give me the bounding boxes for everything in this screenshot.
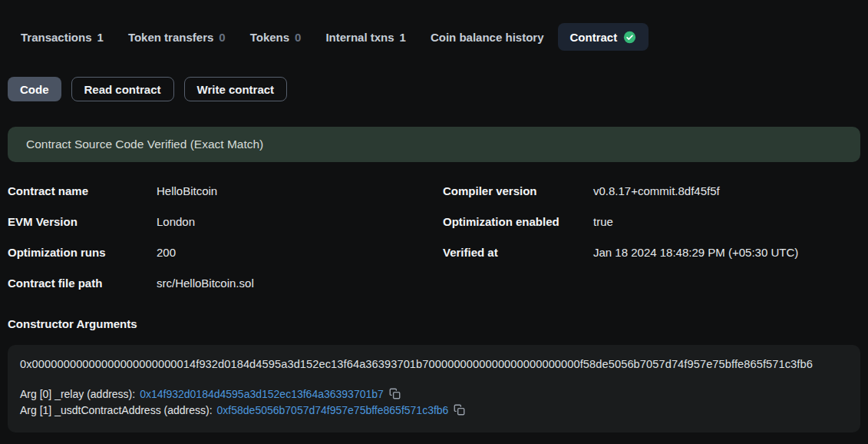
info-value: 200 <box>157 246 176 259</box>
info-value: Jan 18 2024 18:48:29 PM (+05:30 UTC) <box>593 246 798 259</box>
tab-token-transfers[interactable]: Token transfers 0 <box>128 31 226 44</box>
constructor-arg-row: Arg [1] _usdtContractAddress (address): … <box>20 402 848 418</box>
tab-tokens[interactable]: Tokens 0 <box>250 31 302 44</box>
tab-label: Coin balance history <box>431 31 544 44</box>
arg-label: Arg [0] _relay (address): <box>20 388 135 400</box>
tab-count: 0 <box>295 31 301 44</box>
info-row-contract-name: Contract name HelloBitcoin <box>8 175 443 206</box>
info-row-evm-version: EVM Version London <box>8 206 443 237</box>
verified-banner-text: Contract Source Code Verified (Exact Mat… <box>26 138 263 151</box>
copy-icon[interactable] <box>454 404 465 416</box>
info-label: Contract name <box>8 184 157 197</box>
code-button[interactable]: Code <box>8 77 61 101</box>
info-label: EVM Version <box>8 215 157 228</box>
tab-count: 1 <box>400 31 406 44</box>
info-value: HelloBitcoin <box>157 184 217 197</box>
info-label: Optimization runs <box>8 246 157 259</box>
tab-transactions[interactable]: Transactions 1 <box>21 31 104 44</box>
tab-label: Contract <box>570 31 618 44</box>
constructor-args-list: Arg [0] _relay (address): 0x14f932d0184d… <box>20 386 848 418</box>
info-label: Contract file path <box>8 277 157 290</box>
info-row-compiler-version: Compiler version v0.8.17+commit.8df45f5f <box>443 175 860 206</box>
tab-label: Token transfers <box>128 31 213 44</box>
tab-contract[interactable]: Contract <box>558 23 649 51</box>
read-contract-button[interactable]: Read contract <box>71 77 174 101</box>
constructor-arguments-panel: 0x00000000000000000000000014f932d0184d45… <box>8 345 860 432</box>
info-row-verified-at: Verified at Jan 18 2024 18:48:29 PM (+05… <box>443 237 860 267</box>
info-value: v0.8.17+commit.8df45f5f <box>593 184 720 197</box>
constructor-raw-hex: 0x00000000000000000000000014f932d0184d45… <box>20 358 848 370</box>
info-value: true <box>593 215 613 228</box>
info-label: Verified at <box>443 246 593 259</box>
tab-label: Transactions <box>21 31 92 44</box>
constructor-arguments-title: Constructor Arguments <box>8 317 868 332</box>
contract-info-right-column: Compiler version v0.8.17+commit.8df45f5f… <box>443 175 860 298</box>
write-contract-button[interactable]: Write contract <box>184 77 288 101</box>
tab-label: Tokens <box>250 31 289 44</box>
tab-label: Internal txns <box>325 31 394 44</box>
tab-internal-txns[interactable]: Internal txns 1 <box>325 31 406 44</box>
info-label: Optimization enabled <box>443 215 593 228</box>
tab-bar: Transactions 1 Token transfers 0 Tokens … <box>21 23 868 51</box>
contract-info-grid: Contract name HelloBitcoin EVM Version L… <box>8 175 860 298</box>
contract-subnav: Code Read contract Write contract <box>8 77 868 101</box>
verified-banner: Contract Source Code Verified (Exact Mat… <box>8 127 860 162</box>
info-row-optimization-runs: Optimization runs 200 <box>8 237 443 267</box>
arg-address-link[interactable]: 0x14f932d0184d4595a3d152ec13f64a36393701… <box>140 388 384 400</box>
constructor-arg-row: Arg [0] _relay (address): 0x14f932d0184d… <box>20 386 848 402</box>
copy-icon[interactable] <box>389 388 401 399</box>
info-label: Compiler version <box>443 184 593 197</box>
info-value: London <box>157 215 195 228</box>
contract-info-left-column: Contract name HelloBitcoin EVM Version L… <box>8 175 443 298</box>
arg-label: Arg [1] _usdtContractAddress (address): <box>20 404 213 416</box>
info-row-contract-file-path: Contract file path src/HelloBitcoin.sol <box>8 267 443 298</box>
info-row-optimization-enabled: Optimization enabled true <box>443 206 860 237</box>
tab-count: 0 <box>219 31 225 44</box>
arg-address-link[interactable]: 0xf58de5056b7057d74f957e75bffe865f571c3f… <box>217 404 449 416</box>
info-value: src/HelloBitcoin.sol <box>157 277 254 290</box>
tab-count: 1 <box>97 31 104 44</box>
check-circle-icon <box>623 31 636 44</box>
tab-coin-balance-history[interactable]: Coin balance history <box>431 31 544 44</box>
